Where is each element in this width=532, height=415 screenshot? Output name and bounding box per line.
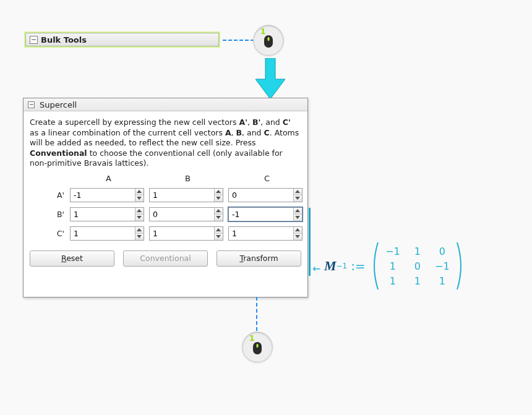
supercell-description: Create a supercell by expressing the new… xyxy=(30,118,301,169)
matrix-inv: −1 xyxy=(337,262,348,270)
spin-down-icon[interactable] xyxy=(294,195,302,202)
spin-up-icon[interactable] xyxy=(135,208,144,215)
spin-Ap-C[interactable] xyxy=(228,188,302,202)
paren-left-icon xyxy=(369,241,379,291)
spin-up-icon[interactable] xyxy=(135,189,144,195)
col-A: A xyxy=(70,174,147,183)
matrix-indicator-bar xyxy=(309,208,311,276)
spin-up-icon[interactable] xyxy=(294,227,302,234)
spin-down-icon[interactable] xyxy=(215,195,223,202)
spin-up-icon[interactable] xyxy=(294,189,302,195)
spin-Cp-B[interactable] xyxy=(149,226,223,241)
mouse-badge-1: 1 xyxy=(253,25,284,56)
annotation-dash-1 xyxy=(223,40,254,41)
spin-down-icon[interactable] xyxy=(215,234,223,240)
input-Ap-A[interactable] xyxy=(71,189,135,202)
spin-up-icon[interactable] xyxy=(215,227,223,234)
mouse-badge-2: 1 xyxy=(242,332,273,362)
spin-Cp-A[interactable] xyxy=(70,226,144,241)
input-Cp-B[interactable] xyxy=(150,227,214,240)
spin-Cp-C[interactable] xyxy=(228,226,302,241)
collapse-icon[interactable] xyxy=(28,101,35,108)
input-Ap-C[interactable] xyxy=(229,189,293,202)
annotation-dash-2 xyxy=(256,297,257,331)
supercell-titlebar[interactable]: Supercell xyxy=(24,98,307,111)
spin-Bp-B[interactable] xyxy=(149,207,223,221)
conventional-button: Conventional xyxy=(123,250,208,267)
supercell-title: Supercell xyxy=(40,100,77,109)
spin-down-icon[interactable] xyxy=(135,234,144,240)
svg-rect-1 xyxy=(268,37,270,41)
svg-rect-3 xyxy=(257,344,259,348)
bulk-tools-header[interactable]: Bulk Tools xyxy=(25,33,219,46)
input-Bp-B[interactable] xyxy=(150,208,214,221)
supercell-panel: Supercell Create a supercell by expressi… xyxy=(23,98,308,297)
row-Bp: B' xyxy=(30,210,68,219)
mouse-icon xyxy=(252,341,263,356)
spin-up-icon[interactable] xyxy=(215,208,223,215)
spin-Bp-C[interactable] xyxy=(228,207,302,221)
big-arrow-down-icon xyxy=(255,58,285,99)
matrix-annotation: M−1 := −110 10−1 111 xyxy=(324,241,466,291)
col-B: B xyxy=(149,174,226,183)
spin-up-icon[interactable] xyxy=(215,189,223,195)
input-Bp-A[interactable] xyxy=(71,208,135,221)
matrix-values: −110 10−1 111 xyxy=(380,244,455,288)
input-Bp-C[interactable] xyxy=(229,208,293,221)
row-Cp: C' xyxy=(30,229,68,238)
collapse-icon[interactable] xyxy=(30,36,38,44)
row-Ap: A' xyxy=(30,190,68,200)
paren-right-icon xyxy=(456,241,466,291)
input-Cp-A[interactable] xyxy=(71,227,135,240)
leftarrow-icon: ← xyxy=(312,263,320,275)
spin-up-icon[interactable] xyxy=(294,208,302,215)
spin-down-icon[interactable] xyxy=(215,215,223,221)
button-row: RReseteset Conventional TransformTransfo… xyxy=(30,250,301,267)
mouse-icon xyxy=(263,34,274,49)
matrix-M: M xyxy=(324,258,337,274)
spin-Ap-A[interactable] xyxy=(70,188,144,202)
col-C: C xyxy=(228,174,306,183)
input-Cp-C[interactable] xyxy=(229,227,293,240)
bulk-tools-label: Bulk Tools xyxy=(41,35,87,45)
input-Ap-B[interactable] xyxy=(150,189,214,202)
spin-down-icon[interactable] xyxy=(135,195,144,202)
spin-Bp-A[interactable] xyxy=(70,207,144,221)
spin-down-icon[interactable] xyxy=(135,215,144,221)
reset-button[interactable]: RReseteset xyxy=(30,250,114,267)
canvas: { "bulk_tools": { "label": "Bulk Tools" … xyxy=(0,0,532,415)
spin-Ap-B[interactable] xyxy=(149,188,223,202)
spin-down-icon[interactable] xyxy=(294,234,302,240)
spin-up-icon[interactable] xyxy=(135,227,144,234)
assign-symbol: := xyxy=(351,259,366,273)
matrix-grid: A B C A' B' C' xyxy=(30,174,301,241)
spin-down-icon[interactable] xyxy=(294,215,302,221)
transform-button[interactable]: TransformTransform xyxy=(217,250,301,267)
